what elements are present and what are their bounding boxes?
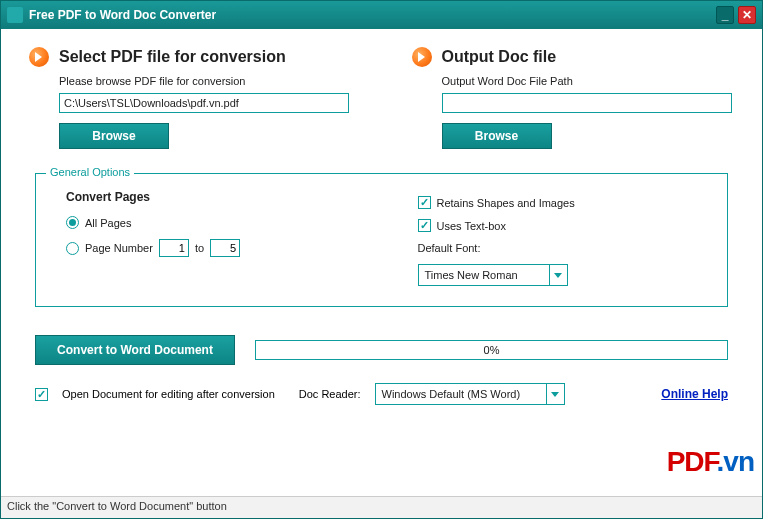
- app-icon: [7, 7, 23, 23]
- all-pages-radio[interactable]: [66, 216, 79, 229]
- page-number-radio[interactable]: [66, 242, 79, 255]
- chevron-down-icon: [549, 265, 567, 285]
- page-from-input[interactable]: [159, 239, 189, 257]
- default-font-label: Default Font:: [418, 242, 481, 254]
- all-pages-label: All Pages: [85, 217, 131, 229]
- page-to-label: to: [195, 242, 204, 254]
- doc-reader-value: Windows Default (MS Word): [376, 388, 546, 400]
- uses-textbox-label: Uses Text-box: [437, 220, 507, 232]
- title-bar: Free PDF to Word Doc Converter _ ✕: [1, 1, 762, 29]
- minimize-button[interactable]: _: [716, 6, 734, 24]
- output-path-field[interactable]: [442, 93, 732, 113]
- online-help-link[interactable]: Online Help: [661, 387, 728, 401]
- output-browse-button[interactable]: Browse: [442, 123, 552, 149]
- input-section: Select PDF file for conversion Please br…: [29, 47, 352, 149]
- retain-shapes-label: Retains Shapes and Images: [437, 197, 575, 209]
- convert-pages-label: Convert Pages: [66, 190, 352, 204]
- output-heading: Output Doc file: [442, 48, 557, 66]
- app-window: Free PDF to Word Doc Converter _ ✕ Selec…: [0, 0, 763, 519]
- uses-textbox-checkbox[interactable]: [418, 219, 431, 232]
- window-title: Free PDF to Word Doc Converter: [29, 8, 216, 22]
- input-heading: Select PDF file for conversion: [59, 48, 286, 66]
- arrow-bullet-icon: [412, 47, 432, 67]
- general-options-group: General Options Convert Pages All Pages …: [35, 173, 728, 307]
- input-subtext: Please browse PDF file for conversion: [59, 75, 352, 87]
- output-subtext: Output Word Doc File Path: [442, 75, 735, 87]
- close-button[interactable]: ✕: [738, 6, 756, 24]
- progress-bar: 0%: [255, 340, 728, 360]
- output-section: Output Doc file Output Word Doc File Pat…: [412, 47, 735, 149]
- input-path-field[interactable]: [59, 93, 349, 113]
- options-legend: General Options: [46, 166, 134, 178]
- page-to-input[interactable]: [210, 239, 240, 257]
- content-area: Select PDF file for conversion Please br…: [1, 29, 762, 496]
- input-browse-button[interactable]: Browse: [59, 123, 169, 149]
- watermark: PDF.vn: [667, 446, 754, 478]
- doc-reader-select[interactable]: Windows Default (MS Word): [375, 383, 565, 405]
- status-bar: Click the "Convert to Word Document" but…: [1, 496, 762, 518]
- chevron-down-icon: [546, 384, 564, 404]
- default-font-value: Times New Roman: [419, 269, 549, 281]
- page-number-label: Page Number: [85, 242, 153, 254]
- doc-reader-label: Doc Reader:: [299, 388, 361, 400]
- status-text: Click the "Convert to Word Document" but…: [7, 500, 227, 512]
- open-after-label: Open Document for editing after conversi…: [62, 388, 275, 400]
- retain-shapes-checkbox[interactable]: [418, 196, 431, 209]
- default-font-select[interactable]: Times New Roman: [418, 264, 568, 286]
- convert-button[interactable]: Convert to Word Document: [35, 335, 235, 365]
- progress-text: 0%: [484, 344, 500, 356]
- open-after-checkbox[interactable]: [35, 388, 48, 401]
- arrow-bullet-icon: [29, 47, 49, 67]
